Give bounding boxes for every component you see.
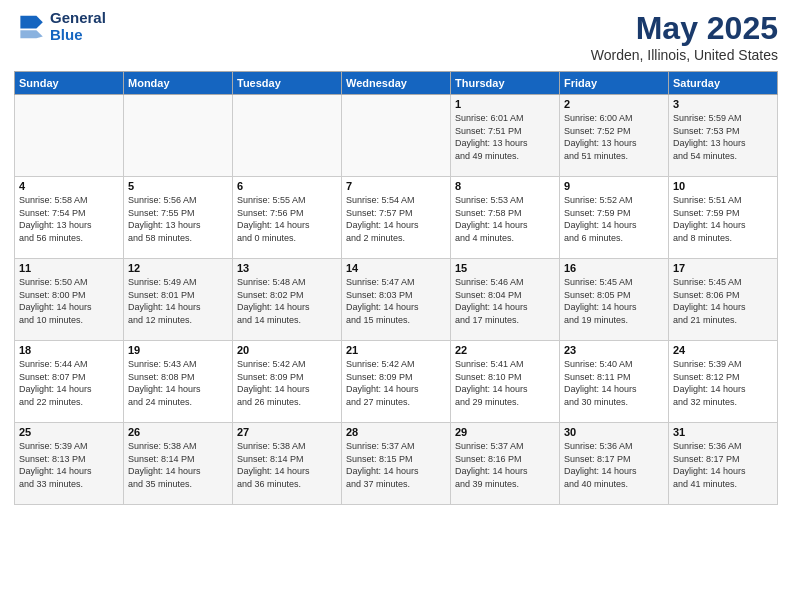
day-info: Sunrise: 5:39 AM Sunset: 8:12 PM Dayligh… [673,358,773,408]
day-number: 4 [19,180,119,192]
day-info: Sunrise: 5:36 AM Sunset: 8:17 PM Dayligh… [564,440,664,490]
day-number: 20 [237,344,337,356]
day-header-sunday: Sunday [15,72,124,95]
day-info: Sunrise: 5:36 AM Sunset: 8:17 PM Dayligh… [673,440,773,490]
day-info: Sunrise: 5:49 AM Sunset: 8:01 PM Dayligh… [128,276,228,326]
calendar-cell: 1Sunrise: 6:01 AM Sunset: 7:51 PM Daylig… [451,95,560,177]
calendar-cell: 6Sunrise: 5:55 AM Sunset: 7:56 PM Daylig… [233,177,342,259]
svg-marker-0 [20,15,42,28]
calendar-cell [15,95,124,177]
calendar-week-row: 25Sunrise: 5:39 AM Sunset: 8:13 PM Dayli… [15,423,778,505]
calendar-week-row: 11Sunrise: 5:50 AM Sunset: 8:00 PM Dayli… [15,259,778,341]
main-title: May 2025 [591,10,778,47]
day-number: 10 [673,180,773,192]
calendar-cell: 10Sunrise: 5:51 AM Sunset: 7:59 PM Dayli… [669,177,778,259]
calendar-cell: 7Sunrise: 5:54 AM Sunset: 7:57 PM Daylig… [342,177,451,259]
day-number: 28 [346,426,446,438]
day-info: Sunrise: 5:40 AM Sunset: 8:11 PM Dayligh… [564,358,664,408]
calendar-cell: 4Sunrise: 5:58 AM Sunset: 7:54 PM Daylig… [15,177,124,259]
day-number: 13 [237,262,337,274]
logo-text-line2: Blue [50,27,106,44]
day-header-tuesday: Tuesday [233,72,342,95]
day-info: Sunrise: 5:47 AM Sunset: 8:03 PM Dayligh… [346,276,446,326]
day-info: Sunrise: 5:41 AM Sunset: 8:10 PM Dayligh… [455,358,555,408]
day-info: Sunrise: 6:01 AM Sunset: 7:51 PM Dayligh… [455,112,555,162]
day-number: 19 [128,344,228,356]
day-info: Sunrise: 5:42 AM Sunset: 8:09 PM Dayligh… [346,358,446,408]
day-info: Sunrise: 5:38 AM Sunset: 8:14 PM Dayligh… [128,440,228,490]
day-header-wednesday: Wednesday [342,72,451,95]
day-header-thursday: Thursday [451,72,560,95]
calendar-cell: 13Sunrise: 5:48 AM Sunset: 8:02 PM Dayli… [233,259,342,341]
day-number: 22 [455,344,555,356]
day-info: Sunrise: 5:56 AM Sunset: 7:55 PM Dayligh… [128,194,228,244]
day-info: Sunrise: 5:44 AM Sunset: 8:07 PM Dayligh… [19,358,119,408]
day-number: 17 [673,262,773,274]
day-number: 9 [564,180,664,192]
calendar-cell: 28Sunrise: 5:37 AM Sunset: 8:15 PM Dayli… [342,423,451,505]
calendar-cell [233,95,342,177]
calendar-cell: 11Sunrise: 5:50 AM Sunset: 8:00 PM Dayli… [15,259,124,341]
calendar-cell: 20Sunrise: 5:42 AM Sunset: 8:09 PM Dayli… [233,341,342,423]
day-info: Sunrise: 5:39 AM Sunset: 8:13 PM Dayligh… [19,440,119,490]
calendar-cell: 14Sunrise: 5:47 AM Sunset: 8:03 PM Dayli… [342,259,451,341]
day-info: Sunrise: 5:46 AM Sunset: 8:04 PM Dayligh… [455,276,555,326]
day-number: 27 [237,426,337,438]
day-number: 12 [128,262,228,274]
calendar-cell [124,95,233,177]
calendar-cell: 27Sunrise: 5:38 AM Sunset: 8:14 PM Dayli… [233,423,342,505]
calendar-cell: 3Sunrise: 5:59 AM Sunset: 7:53 PM Daylig… [669,95,778,177]
day-number: 23 [564,344,664,356]
day-number: 5 [128,180,228,192]
calendar-cell: 24Sunrise: 5:39 AM Sunset: 8:12 PM Dayli… [669,341,778,423]
day-info: Sunrise: 5:37 AM Sunset: 8:15 PM Dayligh… [346,440,446,490]
day-info: Sunrise: 6:00 AM Sunset: 7:52 PM Dayligh… [564,112,664,162]
day-info: Sunrise: 5:43 AM Sunset: 8:08 PM Dayligh… [128,358,228,408]
calendar-week-row: 4Sunrise: 5:58 AM Sunset: 7:54 PM Daylig… [15,177,778,259]
calendar-cell: 30Sunrise: 5:36 AM Sunset: 8:17 PM Dayli… [560,423,669,505]
calendar-cell: 16Sunrise: 5:45 AM Sunset: 8:05 PM Dayli… [560,259,669,341]
calendar-cell: 17Sunrise: 5:45 AM Sunset: 8:06 PM Dayli… [669,259,778,341]
title-block: May 2025 Worden, Illinois, United States [591,10,778,63]
day-info: Sunrise: 5:50 AM Sunset: 8:00 PM Dayligh… [19,276,119,326]
day-number: 30 [564,426,664,438]
calendar-cell: 23Sunrise: 5:40 AM Sunset: 8:11 PM Dayli… [560,341,669,423]
day-number: 11 [19,262,119,274]
calendar-cell: 18Sunrise: 5:44 AM Sunset: 8:07 PM Dayli… [15,341,124,423]
day-info: Sunrise: 5:42 AM Sunset: 8:09 PM Dayligh… [237,358,337,408]
calendar-cell: 8Sunrise: 5:53 AM Sunset: 7:58 PM Daylig… [451,177,560,259]
day-number: 29 [455,426,555,438]
calendar-cell [342,95,451,177]
day-info: Sunrise: 5:58 AM Sunset: 7:54 PM Dayligh… [19,194,119,244]
day-info: Sunrise: 5:38 AM Sunset: 8:14 PM Dayligh… [237,440,337,490]
day-info: Sunrise: 5:55 AM Sunset: 7:56 PM Dayligh… [237,194,337,244]
day-number: 25 [19,426,119,438]
calendar-table: SundayMondayTuesdayWednesdayThursdayFrid… [14,71,778,505]
calendar-cell: 2Sunrise: 6:00 AM Sunset: 7:52 PM Daylig… [560,95,669,177]
logo-icon [14,11,46,43]
day-info: Sunrise: 5:48 AM Sunset: 8:02 PM Dayligh… [237,276,337,326]
day-info: Sunrise: 5:52 AM Sunset: 7:59 PM Dayligh… [564,194,664,244]
calendar-cell: 21Sunrise: 5:42 AM Sunset: 8:09 PM Dayli… [342,341,451,423]
calendar-cell: 29Sunrise: 5:37 AM Sunset: 8:16 PM Dayli… [451,423,560,505]
page-header: General Blue May 2025 Worden, Illinois, … [14,10,778,63]
calendar-week-row: 1Sunrise: 6:01 AM Sunset: 7:51 PM Daylig… [15,95,778,177]
calendar-cell: 26Sunrise: 5:38 AM Sunset: 8:14 PM Dayli… [124,423,233,505]
day-number: 2 [564,98,664,110]
calendar-week-row: 18Sunrise: 5:44 AM Sunset: 8:07 PM Dayli… [15,341,778,423]
day-number: 6 [237,180,337,192]
day-number: 15 [455,262,555,274]
day-number: 21 [346,344,446,356]
day-info: Sunrise: 5:45 AM Sunset: 8:05 PM Dayligh… [564,276,664,326]
calendar-cell: 5Sunrise: 5:56 AM Sunset: 7:55 PM Daylig… [124,177,233,259]
calendar-cell: 22Sunrise: 5:41 AM Sunset: 8:10 PM Dayli… [451,341,560,423]
calendar-cell: 31Sunrise: 5:36 AM Sunset: 8:17 PM Dayli… [669,423,778,505]
day-number: 16 [564,262,664,274]
day-number: 18 [19,344,119,356]
day-info: Sunrise: 5:59 AM Sunset: 7:53 PM Dayligh… [673,112,773,162]
day-header-saturday: Saturday [669,72,778,95]
day-number: 24 [673,344,773,356]
day-header-monday: Monday [124,72,233,95]
page-container: General Blue May 2025 Worden, Illinois, … [0,0,792,511]
day-number: 26 [128,426,228,438]
